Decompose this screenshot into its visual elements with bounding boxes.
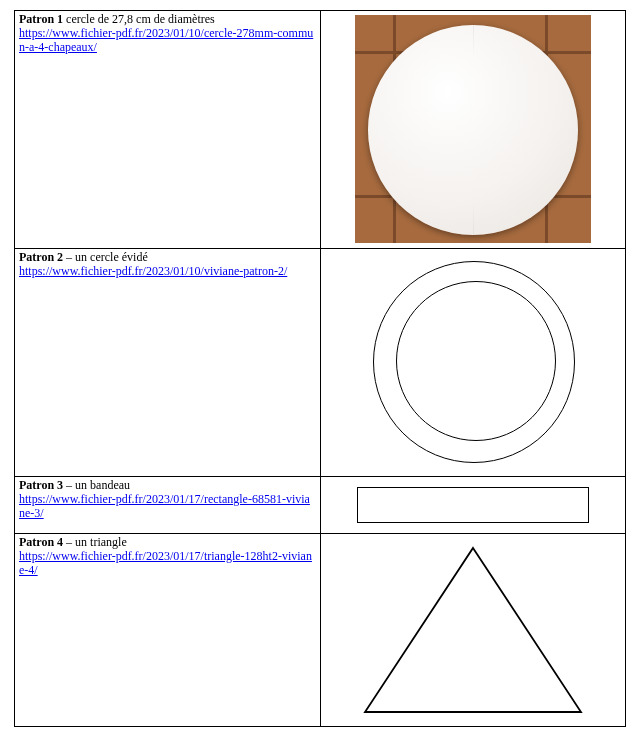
pattern3-link[interactable]: https://www.fichier-pdf.fr/2023/01/17/re…	[19, 492, 310, 520]
pattern4-cell-img	[320, 534, 626, 727]
pattern2-cell-img	[320, 249, 626, 477]
pattern3-title: Patron 3	[19, 478, 63, 492]
pattern2-desc: – un cercle évidé	[63, 250, 148, 264]
pattern1-title: Patron 1	[19, 12, 63, 26]
pattern1-cell-img	[320, 11, 626, 249]
pattern4-cell-desc: Patron 4 – un triangle https://www.fichi…	[15, 534, 321, 727]
pattern4-figure-triangle	[353, 540, 593, 720]
pattern2-cell-desc: Patron 2 – un cercle évidé https://www.f…	[15, 249, 321, 477]
pattern1-link[interactable]: https://www.fichier-pdf.fr/2023/01/10/ce…	[19, 26, 313, 54]
pattern2-title: Patron 2	[19, 250, 63, 264]
pattern3-desc: – un bandeau	[63, 478, 130, 492]
pattern4-title: Patron 4	[19, 535, 63, 549]
pattern2-figure-annulus	[363, 255, 583, 470]
svg-marker-0	[365, 548, 581, 712]
pattern3-cell-img	[320, 477, 626, 534]
pattern2-link[interactable]: https://www.fichier-pdf.fr/2023/01/10/vi…	[19, 264, 287, 278]
pattern3-figure-rectangle	[357, 487, 589, 523]
pattern1-photo-circle	[355, 15, 591, 243]
pattern1-desc: cercle de 27,8 cm de diamètres	[63, 12, 215, 26]
pattern3-cell-desc: Patron 3 – un bandeau https://www.fichie…	[15, 477, 321, 534]
pattern1-cell-desc: Patron 1 cercle de 27,8 cm de diamètres …	[15, 11, 321, 249]
pattern4-desc: – un triangle	[63, 535, 127, 549]
pattern4-link[interactable]: https://www.fichier-pdf.fr/2023/01/17/tr…	[19, 549, 312, 577]
patterns-table: Patron 1 cercle de 27,8 cm de diamètres …	[14, 10, 626, 727]
